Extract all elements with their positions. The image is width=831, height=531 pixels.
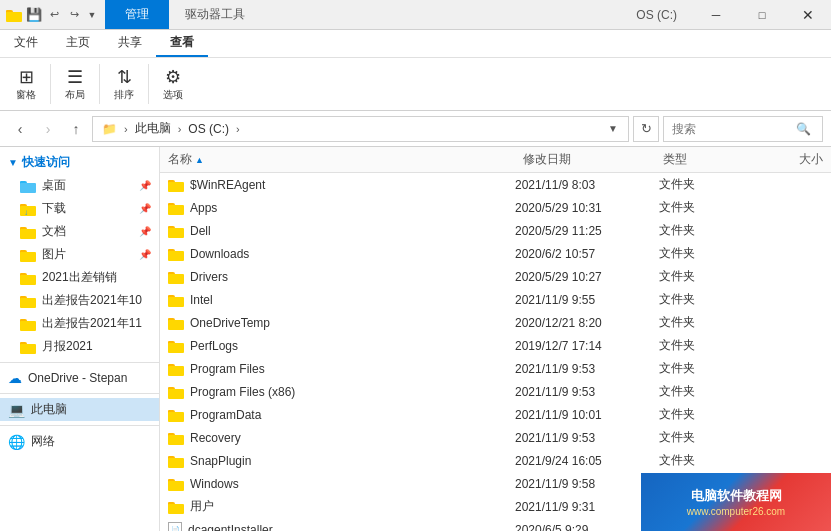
file-date-cell: 2020/12/21 8:20 [515,316,655,330]
file-type-cell: 文件夹 [659,199,739,216]
sort-btn[interactable]: ⇅ 排序 [106,64,142,104]
file-row[interactable]: Program Files 2021/11/9 9:53 文件夹 [160,357,831,380]
ribbon-tab-share[interactable]: 共享 [104,30,156,57]
path-dropdown-btn[interactable]: ▼ [604,123,622,134]
file-name-label: Downloads [190,247,249,261]
ribbon-tab-home[interactable]: 主页 [52,30,104,57]
back-btn[interactable]: ‹ [8,117,32,141]
sidebar-item-monthly[interactable]: 月报2021 [0,335,159,358]
file-name-cell: PerfLogs [168,338,511,354]
folder-icon [168,384,184,400]
file-date-cell: 2020/5/29 10:27 [515,270,655,284]
watermark-text: 电脑软件教程网 [691,487,782,505]
col-header-type[interactable]: 类型 [663,151,743,168]
file-row[interactable]: Downloads 2020/6/2 10:57 文件夹 [160,242,831,265]
sidebar-item-docs[interactable]: 文档 📌 [0,220,159,243]
ribbon-tab-file[interactable]: 文件 [0,30,52,57]
file-name-cell: Apps [168,200,511,216]
file-row[interactable]: Intel 2021/11/9 9:55 文件夹 [160,288,831,311]
file-row[interactable]: $WinREAgent 2021/11/9 8:03 文件夹 [160,173,831,196]
window-title: OS (C:) [620,0,693,29]
sidebar-this-pc[interactable]: 💻 此电脑 [0,398,159,421]
tb-save-btn[interactable]: 💾 [25,6,43,24]
tb-redo-btn[interactable]: ↪ [65,6,83,24]
file-date-cell: 2019/12/7 17:14 [515,339,655,353]
ribbon-tab-view[interactable]: 查看 [156,30,208,57]
sidebar-network[interactable]: 🌐 网络 [0,430,159,453]
minimize-btn[interactable]: ─ [693,0,739,30]
file-type-cell: 文件夹 [659,337,739,354]
file-name-label: Drivers [190,270,228,284]
sidebar-item-pics[interactable]: 图片 📌 [0,243,159,266]
folder-icon [168,223,184,239]
quick-access-header[interactable]: ▼ 快速访问 [0,151,159,174]
sidebar-this-pc-label: 此电脑 [31,401,67,418]
refresh-btn[interactable]: ↻ [633,116,659,142]
file-name-cell: Dell [168,223,511,239]
folder-icon [168,246,184,262]
tb-dropdown-btn[interactable]: ▼ [85,6,99,24]
col-header-size[interactable]: 大小 [743,151,823,168]
path-os-c-label[interactable]: OS (C:) [185,121,232,137]
file-name-label: dcagentInstaller [188,523,273,532]
file-row[interactable]: ProgramData 2021/11/9 10:01 文件夹 [160,403,831,426]
sidebar-item-downloads[interactable]: ↓ 下载 📌 [0,197,159,220]
tab-manage[interactable]: 管理 [105,0,169,29]
file-name-label: Program Files [190,362,265,376]
file-date-cell: 2021/11/9 8:03 [515,178,655,192]
path-this-pc-label[interactable]: 此电脑 [132,119,174,138]
col-header-date[interactable]: 修改日期 [523,151,663,168]
maximize-btn[interactable]: □ [739,0,785,30]
file-row[interactable]: Dell 2020/5/29 11:25 文件夹 [160,219,831,242]
sidebar-pics-label: 图片 [42,246,66,263]
watermark-url: www.computer26.com [687,506,785,517]
file-type-cell: 文件夹 [659,176,739,193]
options-btn[interactable]: ⚙ 选项 [155,64,191,104]
file-type-cell: 文件夹 [659,360,739,377]
file-name-cell: OneDriveTemp [168,315,511,331]
file-row[interactable]: Recovery 2021/11/9 9:53 文件夹 [160,426,831,449]
close-btn[interactable]: ✕ [785,0,831,30]
file-date-cell: 2020/5/29 10:31 [515,201,655,215]
search-input[interactable] [672,122,792,136]
file-type-cell: 文件夹 [659,291,739,308]
folder-icon [168,315,184,331]
file-row[interactable]: OneDriveTemp 2020/12/21 8:20 文件夹 [160,311,831,334]
forward-btn[interactable]: › [36,117,60,141]
file-name-label: 用户 [190,498,214,515]
file-row[interactable]: Apps 2020/5/29 10:31 文件夹 [160,196,831,219]
sidebar-item-trip2021[interactable]: 2021出差销销 [0,266,159,289]
folder-icon [168,453,184,469]
file-type-cell: 文件夹 [659,245,739,262]
file-type-cell: 文件夹 [659,383,739,400]
file-row[interactable]: PerfLogs 2019/12/7 17:14 文件夹 [160,334,831,357]
col-header-name[interactable]: 名称 ▲ [168,151,523,168]
sidebar-desktop-label: 桌面 [42,177,66,194]
file-type-cell: 文件夹 [659,268,739,285]
file-type-cell: 文件夹 [659,429,739,446]
file-name-cell: ProgramData [168,407,511,423]
tb-undo-btn[interactable]: ↩ [45,6,63,24]
path-this-pc-item[interactable]: 📁 [99,121,120,137]
sidebar-item-report10[interactable]: 出差报告2021年10 [0,289,159,312]
file-date-cell: 2020/5/29 11:25 [515,224,655,238]
file-name-label: $WinREAgent [190,178,265,192]
folder-icon [168,177,184,193]
file-name-label: Apps [190,201,217,215]
up-btn[interactable]: ↑ [64,117,88,141]
sidebar-trip2021-label: 2021出差销销 [42,269,117,286]
file-row[interactable]: Drivers 2020/5/29 10:27 文件夹 [160,265,831,288]
file-type-cell: 文件夹 [659,406,739,423]
file-date-cell: 2021/11/9 10:01 [515,408,655,422]
sidebar-item-desktop[interactable]: 桌面 📌 [0,174,159,197]
file-name-cell: Downloads [168,246,511,262]
sidebar-network-label: 网络 [31,433,55,450]
layout-btn[interactable]: ☰ 布局 [57,64,93,104]
panes-btn[interactable]: ⊞ 窗格 [8,64,44,104]
file-date-cell: 2021/11/9 9:53 [515,362,655,376]
file-row[interactable]: Program Files (x86) 2021/11/9 9:53 文件夹 [160,380,831,403]
sidebar-item-report11[interactable]: 出差报告2021年11 [0,312,159,335]
tab-driver-tools[interactable]: 驱动器工具 [169,0,261,29]
sidebar-onedrive[interactable]: ☁ OneDrive - Stepan [0,367,159,389]
file-name-label: PerfLogs [190,339,238,353]
